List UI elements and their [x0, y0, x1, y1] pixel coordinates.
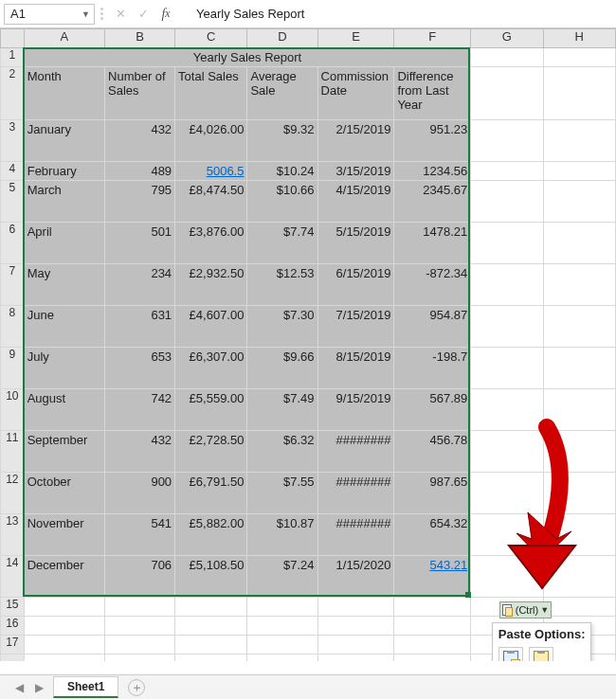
row-header[interactable]: 2 — [1, 67, 25, 120]
avg-cell[interactable]: $7.24 — [247, 556, 317, 598]
cell[interactable] — [471, 556, 543, 598]
cell[interactable] — [543, 120, 615, 162]
column-header[interactable]: D — [247, 29, 317, 48]
row-header[interactable]: 12 — [1, 473, 25, 514]
header-cell[interactable]: Number of Sales — [105, 67, 175, 120]
diff-cell[interactable]: 1234.56 — [394, 162, 471, 181]
sales-cell[interactable]: 234 — [105, 264, 175, 306]
avg-cell[interactable]: $10.66 — [247, 181, 317, 223]
header-cell[interactable]: Month — [24, 67, 104, 120]
cell[interactable] — [471, 67, 543, 120]
month-cell[interactable]: April — [24, 223, 104, 264]
month-cell[interactable]: November — [24, 514, 104, 556]
avg-cell[interactable]: $7.74 — [247, 223, 317, 264]
formula-input[interactable]: Yearly Sales Report — [177, 7, 612, 21]
total-cell[interactable]: £6,307.00 — [175, 348, 247, 389]
row-header[interactable]: 13 — [1, 514, 25, 556]
spreadsheet-grid[interactable]: ABCDEFGH1Yearly Sales Report2MonthNumber… — [0, 28, 616, 661]
cell[interactable] — [471, 48, 543, 67]
fx-icon[interactable]: fx — [156, 5, 175, 24]
cell[interactable] — [24, 636, 104, 654]
cell[interactable] — [317, 598, 394, 617]
cell[interactable] — [471, 120, 543, 162]
total-cell[interactable]: 5006.5 — [175, 162, 247, 181]
tab-nav-prev-icon[interactable]: ◀ — [9, 681, 29, 694]
month-cell[interactable]: February — [24, 162, 104, 181]
cell[interactable] — [471, 514, 543, 556]
cell[interactable] — [543, 67, 615, 120]
cell[interactable] — [105, 636, 175, 654]
sales-cell[interactable]: 432 — [105, 120, 175, 162]
cell[interactable] — [471, 181, 543, 223]
cell[interactable] — [543, 264, 615, 306]
sales-cell[interactable]: 706 — [105, 556, 175, 598]
sales-cell[interactable]: 795 — [105, 181, 175, 223]
cell[interactable] — [247, 636, 317, 654]
cell[interactable] — [105, 598, 175, 617]
cell[interactable] — [543, 181, 615, 223]
date-cell[interactable]: ######## — [317, 431, 394, 473]
row-header[interactable]: 16 — [1, 617, 25, 636]
cell[interactable] — [543, 473, 615, 514]
date-cell[interactable]: 3/15/2019 — [317, 162, 394, 181]
cell[interactable] — [543, 348, 615, 389]
sales-cell[interactable]: 489 — [105, 162, 175, 181]
column-header[interactable]: B — [105, 29, 175, 48]
diff-cell[interactable]: 1478.21 — [394, 223, 471, 264]
header-cell[interactable]: Commission Date — [317, 67, 394, 120]
month-cell[interactable]: May — [24, 264, 104, 306]
avg-cell[interactable]: $10.87 — [247, 514, 317, 556]
diff-cell[interactable]: 954.87 — [394, 306, 471, 348]
chevron-down-icon[interactable]: ▼ — [82, 9, 90, 19]
total-cell[interactable]: £2,932.50 — [175, 264, 247, 306]
cell[interactable] — [317, 654, 394, 662]
diff-cell[interactable]: 567.89 — [394, 389, 471, 431]
avg-cell[interactable]: $7.30 — [247, 306, 317, 348]
cell[interactable] — [175, 598, 247, 617]
paste-option-values[interactable] — [529, 647, 553, 662]
date-cell[interactable]: 4/15/2019 — [317, 181, 394, 223]
cell[interactable] — [471, 431, 543, 473]
row-header[interactable]: 7 — [1, 264, 25, 306]
add-sheet-button[interactable]: ＋ — [128, 679, 145, 696]
cell[interactable] — [471, 473, 543, 514]
avg-cell[interactable]: $9.66 — [247, 348, 317, 389]
sales-cell[interactable]: 432 — [105, 431, 175, 473]
date-cell[interactable]: 8/15/2019 — [317, 348, 394, 389]
header-cell[interactable]: Average Sale — [247, 67, 317, 120]
row-header[interactable]: 15 — [1, 598, 25, 617]
cell[interactable] — [543, 598, 615, 617]
total-cell[interactable]: £4,026.00 — [175, 120, 247, 162]
sales-cell[interactable]: 541 — [105, 514, 175, 556]
cell[interactable] — [471, 264, 543, 306]
row-header[interactable]: 9 — [1, 348, 25, 389]
diff-cell[interactable]: 2345.67 — [394, 181, 471, 223]
avg-cell[interactable]: $6.32 — [247, 431, 317, 473]
diff-cell[interactable]: 987.65 — [394, 473, 471, 514]
row-header[interactable]: 14 — [1, 556, 25, 598]
sales-cell[interactable]: 653 — [105, 348, 175, 389]
cell[interactable] — [543, 556, 615, 598]
date-cell[interactable]: ######## — [317, 473, 394, 514]
cell[interactable] — [471, 348, 543, 389]
row-header[interactable]: 17 — [1, 636, 25, 654]
total-cell[interactable]: £5,559.00 — [175, 389, 247, 431]
cell[interactable] — [247, 654, 317, 662]
cell[interactable] — [394, 654, 471, 662]
column-header[interactable]: C — [175, 29, 247, 48]
row-header[interactable]: 3 — [1, 120, 25, 162]
diff-cell[interactable]: 543.21 — [394, 556, 471, 598]
month-cell[interactable]: September — [24, 431, 104, 473]
name-box[interactable]: A1 ▼ — [4, 4, 95, 25]
total-cell[interactable]: £3,876.00 — [175, 223, 247, 264]
diff-cell[interactable]: 951.23 — [394, 120, 471, 162]
sales-cell[interactable]: 742 — [105, 389, 175, 431]
cell[interactable] — [543, 306, 615, 348]
sheet-tab[interactable]: Sheet1 — [53, 676, 118, 698]
cell[interactable] — [471, 306, 543, 348]
avg-cell[interactable]: $12.53 — [247, 264, 317, 306]
cell[interactable] — [543, 514, 615, 556]
month-cell[interactable]: August — [24, 389, 104, 431]
row-header[interactable]: 4 — [1, 162, 25, 181]
avg-cell[interactable]: $9.32 — [247, 120, 317, 162]
